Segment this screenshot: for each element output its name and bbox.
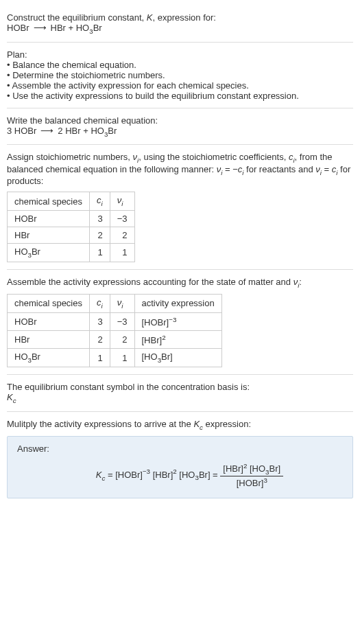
table-cell: 2 xyxy=(110,331,134,349)
answer-label: Answer: xyxy=(17,444,343,454)
plan-section: Plan: • Balance the chemical equation. •… xyxy=(7,43,353,108)
table-cell: 2 xyxy=(90,227,110,243)
table-header-row: chemical species ci νi xyxy=(8,192,135,211)
table-cell: 1 xyxy=(110,349,134,367)
table-cell: 3 xyxy=(90,312,110,330)
table-header: activity expression xyxy=(134,295,221,313)
stoich-table: chemical species ci νi HOBr 3 −3 HBr 2 2… xyxy=(7,192,135,262)
problem-line1: Construct the equilibrium constant, K, e… xyxy=(7,12,353,23)
table-cell: 2 xyxy=(110,227,134,243)
table-row: HOBr 3 −3 [HOBr]−3 xyxy=(8,312,222,330)
table-cell: [HO3Br] xyxy=(134,349,221,367)
table-header: chemical species xyxy=(8,192,90,211)
problem-equation: HOBr⟶HBr + HO3Br xyxy=(7,23,353,35)
table-row: HBr 2 2 [HBr]2 xyxy=(8,331,222,349)
table-cell: HBr xyxy=(8,227,90,243)
plan-item: • Assemble the activity expression for e… xyxy=(7,80,353,91)
table-row: HBr 2 2 xyxy=(8,227,135,243)
balanced-equation: 3 HOBr⟶2 HBr + HO3Br xyxy=(7,126,353,138)
table-row: HO3Br 1 1 [HO3Br] xyxy=(8,349,222,367)
table-cell: HOBr xyxy=(8,312,90,330)
table-cell: 1 xyxy=(110,243,134,262)
problem-section: Construct the equilibrium constant, K, e… xyxy=(7,5,353,43)
table-cell: HO3Br xyxy=(8,349,90,367)
answer-box: Answer: Kc = [HOBr]−3 [HBr]2 [HO3Br] = [… xyxy=(7,436,353,498)
balanced-section: Write the balanced chemical equation: 3 … xyxy=(7,108,353,146)
table-cell: HBr xyxy=(8,331,90,349)
plan-item: • Use the activity expressions to build … xyxy=(7,91,353,101)
table-header: νi xyxy=(110,192,134,211)
table-row: HO3Br 1 1 xyxy=(8,243,135,262)
plan-item: • Balance the chemical equation. xyxy=(7,60,353,70)
table-header: ci xyxy=(90,192,110,211)
table-cell: −3 xyxy=(110,210,134,227)
table-header: chemical species xyxy=(8,295,90,313)
table-cell: −3 xyxy=(110,312,134,330)
plan-item: • Determine the stoichiometric numbers. xyxy=(7,70,353,80)
multiply-section: Mulitply the activity expressions to arr… xyxy=(7,412,353,506)
table-header: νi xyxy=(110,295,134,313)
activity-section: Assemble the activity expressions accoun… xyxy=(7,270,353,375)
table-cell: 3 xyxy=(90,210,110,227)
multiply-line1: Mulitply the activity expressions to arr… xyxy=(7,419,353,431)
symbol-value: Kc xyxy=(7,392,353,404)
symbol-line1: The equilibrium constant symbol in the c… xyxy=(7,382,353,392)
stoich-section: Assign stoichiometric numbers, νi, using… xyxy=(7,145,353,269)
answer-formula: Kc = [HOBr]−3 [HBr]2 [HO3Br] = [HBr]2 [H… xyxy=(17,459,343,491)
symbol-section: The equilibrium constant symbol in the c… xyxy=(7,375,353,412)
table-cell: [HOBr]−3 xyxy=(134,312,221,330)
balanced-line1: Write the balanced chemical equation: xyxy=(7,115,353,126)
table-header-row: chemical species ci νi activity expressi… xyxy=(8,295,222,313)
stoich-intro: Assign stoichiometric numbers, νi, using… xyxy=(7,152,353,186)
table-cell: HOBr xyxy=(8,210,90,227)
table-cell: 1 xyxy=(90,243,110,262)
table-row: HOBr 3 −3 xyxy=(8,210,135,227)
activity-table: chemical species ci νi activity expressi… xyxy=(7,294,222,367)
table-cell: 2 xyxy=(90,331,110,349)
plan-heading: Plan: xyxy=(7,49,353,60)
table-cell: [HBr]2 xyxy=(134,331,221,349)
activity-intro: Assemble the activity expressions accoun… xyxy=(7,277,353,289)
table-cell: HO3Br xyxy=(8,243,90,262)
table-header: ci xyxy=(90,295,110,313)
table-cell: 1 xyxy=(90,349,110,367)
